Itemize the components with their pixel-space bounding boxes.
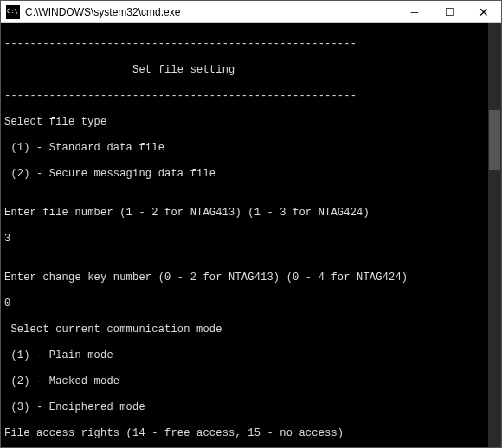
titlebar[interactable]: C:\WINDOWS\system32\cmd.exe ─ ☐ ✕: [1, 1, 501, 23]
output-line: 3: [4, 233, 498, 246]
output-line: Select current communication mode: [4, 323, 498, 336]
header-line: Set file setting: [4, 64, 498, 77]
minimize-button[interactable]: ─: [397, 1, 432, 22]
close-button[interactable]: ✕: [467, 1, 501, 22]
output-line: (2) - Secure messaging data file: [4, 168, 498, 181]
output-line: Enter file number (1 - 2 for NTAG413) (1…: [4, 207, 498, 220]
terminal-output[interactable]: ----------------------------------------…: [1, 23, 501, 447]
scrollbar-thumb[interactable]: [489, 110, 500, 170]
output-line: Select file type: [4, 116, 498, 129]
window-title: C:\WINDOWS\system32\cmd.exe: [25, 6, 397, 18]
output-line: Enter change key number (0 - 2 for NTAG4…: [4, 272, 498, 285]
cmd-window: C:\WINDOWS\system32\cmd.exe ─ ☐ ✕ ------…: [0, 0, 502, 448]
output-line: (1) - Standard data file: [4, 142, 498, 155]
output-line: (3) - Enciphered mode: [4, 401, 498, 414]
output-line: 0: [4, 298, 498, 310]
dash-line: ----------------------------------------…: [4, 90, 498, 103]
dash-line: ----------------------------------------…: [4, 38, 498, 51]
output-line: (2) - Macked mode: [4, 375, 498, 388]
cmd-icon: [6, 5, 20, 19]
output-line: File access rights (14 - free access, 15…: [4, 427, 498, 440]
window-controls: ─ ☐ ✕: [397, 1, 501, 22]
scrollbar[interactable]: [488, 23, 501, 447]
maximize-button[interactable]: ☐: [432, 1, 467, 22]
output-line: (1) - Plain mode: [4, 349, 498, 362]
